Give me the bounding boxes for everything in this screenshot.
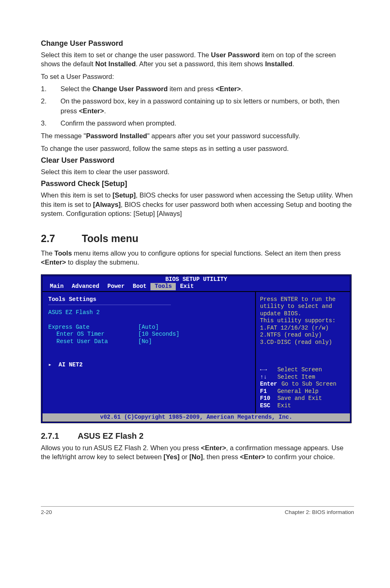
text-bold: [Always]: [93, 201, 121, 208]
text: When this item is set to: [41, 191, 112, 199]
tab-power[interactable]: Power: [103, 283, 129, 290]
tab-main[interactable]: Main: [43, 283, 68, 290]
text-bold: [Setup]: [112, 191, 136, 199]
bios-left-pane: Tools Settings ASUS EZ Flash 2 Express G…: [43, 291, 256, 414]
text: , then press: [203, 453, 240, 460]
nav-row: ESC Exit: [260, 402, 346, 410]
help-line: 3.CD-DISC (read only): [260, 339, 346, 346]
step-text: Confirm the password when prompted.: [61, 119, 354, 128]
paragraph: Select this item to set or change the us…: [41, 50, 354, 69]
paragraph: To change the user password, follow the …: [41, 144, 354, 153]
page-footer: 2-20 Chapter 2: BIOS information: [41, 506, 354, 515]
item-value: [Auto]: [138, 324, 159, 331]
heading-clear-user-password: Clear User Password: [41, 156, 354, 165]
chapter-label: Chapter 2: BIOS information: [285, 509, 354, 515]
heading-tools-menu: 2.7Tools menu: [41, 233, 354, 245]
nav-key: ↑↓: [260, 374, 274, 381]
heading-ez-flash: 2.7.1ASUS EZ Flash 2: [41, 431, 354, 441]
tab-advanced[interactable]: Advanced: [68, 283, 103, 290]
text-bold: [No]: [189, 453, 203, 460]
step-number: 1.: [41, 84, 61, 94]
text-bold: Installed: [265, 60, 292, 67]
text-bold: Change User Password: [92, 85, 168, 92]
text: .: [104, 107, 106, 114]
step-number: 2.: [41, 97, 61, 116]
text: The: [41, 249, 54, 257]
nav-key: Enter: [260, 381, 278, 388]
text: menu items allow you to configure option…: [72, 249, 341, 257]
bios-tabs: Main Advanced Power Boot Tools Exit: [43, 283, 350, 291]
text: . After you set a password, this item sh…: [136, 60, 265, 67]
help-line: utility to select and: [260, 303, 346, 310]
paragraph: Allows you to run ASUS EZ Flash 2. When …: [41, 443, 354, 462]
text-bold: [Yes]: [164, 453, 179, 460]
heading-number: 2.7: [41, 233, 82, 245]
list-item: 1. Select the Change User Password item …: [41, 84, 354, 94]
text-bold: <Enter>: [79, 107, 104, 114]
step-number: 3.: [41, 119, 61, 128]
heading-password-check: Password Check [Setup]: [41, 180, 354, 188]
heading-number: 2.7.1: [41, 431, 78, 441]
bios-right-pane: Press ENTER to run the utility to select…: [256, 291, 350, 414]
help-line: This utility supports:: [260, 317, 346, 325]
step-text: On the password box, key in a password c…: [61, 97, 354, 116]
text: Allows you to run ASUS EZ Flash 2. When …: [41, 444, 201, 451]
text: item and press: [168, 85, 215, 92]
text-bold: <Enter>: [216, 85, 241, 92]
menu-item-reset-user-data[interactable]: Reset User Data [No]: [48, 338, 249, 346]
page-number: 2-20: [41, 509, 52, 515]
nav-row: Enter Go to Sub Screen: [260, 381, 346, 388]
nav-label: General Help: [277, 388, 318, 395]
nav-key: F10: [260, 395, 274, 402]
nav-row: ↑↓ Select Item: [260, 374, 346, 381]
text: Select the: [61, 85, 92, 92]
nav-label: Save and Exit: [277, 395, 322, 402]
nav-row: F10 Save and Exit: [260, 395, 346, 402]
bios-footer: v02.61 (C)Copyright 1985-2009, American …: [43, 413, 350, 422]
menu-item-ai-net2[interactable]: ▸ AI NET2: [48, 361, 249, 369]
nav-row: ←→ Select Screen: [260, 366, 346, 374]
paragraph: When this item is set to [Setup], BIOS c…: [41, 191, 354, 218]
menu-item-express-gate[interactable]: Express Gate [Auto]: [48, 324, 249, 331]
tab-exit[interactable]: Exit: [176, 283, 198, 290]
text: or: [179, 453, 189, 460]
text: to display the submenu.: [66, 258, 139, 266]
list-item: 2. On the password box, key in a passwor…: [41, 97, 354, 116]
nav-row: F1 General Help: [260, 388, 346, 395]
steps-list: 1. Select the Change User Password item …: [41, 84, 354, 128]
bios-title: BIOS SETUP UTILITY: [43, 276, 350, 283]
nav-label: Exit: [277, 402, 291, 409]
text-bold: Tools: [54, 249, 72, 257]
text-bold: <Enter>: [41, 258, 66, 266]
nav-key: ESC: [260, 402, 274, 410]
help-line: 2.NTFS (read only): [260, 332, 346, 339]
text: Select this item to set or change the us…: [41, 51, 211, 58]
text: " appears after you set your password su…: [147, 132, 300, 139]
bios-section-heading: Tools Settings: [48, 296, 249, 303]
text-bold: User Password: [211, 51, 260, 58]
menu-item-enter-os-timer[interactable]: Enter OS Timer [10 Seconds]: [48, 331, 249, 338]
heading-text: Tools menu: [82, 233, 138, 244]
bios-screenshot: BIOS SETUP UTILITY Main Advanced Power B…: [41, 274, 352, 423]
bios-help-text: Press ENTER to run the utility to select…: [260, 296, 346, 346]
help-line: update BIOS.: [260, 310, 346, 318]
bios-nav-help: ←→ Select Screen ↑↓ Select Item Enter Go…: [260, 366, 346, 409]
text-bold: Password Installed: [86, 132, 147, 139]
text-bold: <Enter>: [240, 453, 265, 460]
item-label: AI NET2: [58, 361, 83, 368]
menu-item-ez-flash[interactable]: ASUS EZ Flash 2: [48, 309, 249, 316]
text: .: [241, 85, 243, 92]
list-item: 3. Confirm the password when prompted.: [41, 119, 354, 128]
tab-tools[interactable]: Tools: [150, 283, 176, 290]
paragraph: The message "Password Installed" appears…: [41, 131, 354, 140]
paragraph: Select this item to clear the user passw…: [41, 167, 354, 176]
nav-key: F1: [260, 388, 274, 395]
text-bold: <Enter>: [201, 444, 226, 451]
tab-boot[interactable]: Boot: [129, 283, 151, 290]
nav-label: Select Screen: [277, 366, 322, 373]
help-line: Press ENTER to run the: [260, 296, 346, 303]
help-line: 1.FAT 12/16/32 (r/w): [260, 325, 346, 332]
item-value: [10 Seconds]: [138, 331, 179, 338]
nav-label: Go to Sub Screen: [281, 381, 336, 387]
divider: [48, 305, 171, 305]
